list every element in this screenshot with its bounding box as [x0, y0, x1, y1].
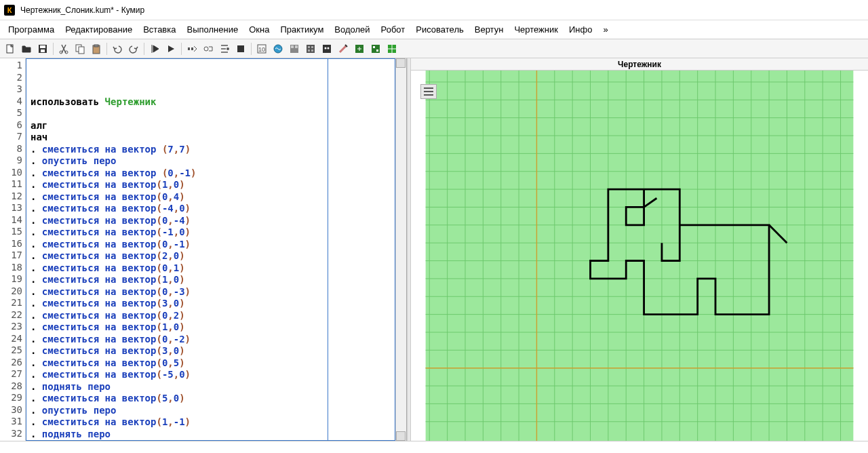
main-area: 1234567891011121314151617181920212223242…: [0, 58, 868, 441]
code-line[interactable]: использовать Чертежник: [31, 96, 391, 109]
menu-item-12[interactable]: »: [597, 22, 613, 37]
menu-item-8[interactable]: Рисователь: [410, 22, 469, 37]
save-file-icon[interactable]: [35, 41, 50, 56]
svg-rect-9: [94, 45, 98, 47]
app-icon: К: [4, 5, 15, 16]
redo-icon[interactable]: [126, 41, 141, 56]
canvas-title: Чертежник: [411, 58, 868, 71]
svg-rect-22: [308, 46, 310, 48]
code-line[interactable]: . сместиться на вектор(0,-4): [31, 215, 391, 227]
tool2-icon[interactable]: [271, 41, 285, 56]
tool1-icon[interactable]: 10: [254, 41, 269, 56]
run-icon[interactable]: [147, 41, 162, 56]
code-line[interactable]: . сместиться на вектор(0,5): [31, 357, 391, 370]
code-line[interactable]: . сместиться на вектор(1,-1): [31, 416, 391, 429]
separator: [106, 43, 107, 55]
undo-icon[interactable]: [110, 41, 125, 56]
svg-rect-10: [188, 47, 190, 50]
menubar: ПрограммаРедактированиеВставкаВыполнение…: [0, 20, 868, 39]
code-line[interactable]: . сместиться на вектор(0,-2): [31, 334, 391, 346]
svg-rect-23: [311, 46, 313, 48]
svg-rect-14: [237, 45, 244, 52]
code-line[interactable]: . сместиться на вектор(-8,2): [31, 440, 391, 441]
open-file-icon[interactable]: [19, 41, 34, 56]
code-line[interactable]: [31, 108, 391, 120]
code-line[interactable]: . опустить перо: [31, 155, 391, 168]
scrollbar[interactable]: [395, 58, 406, 441]
tool7-icon[interactable]: [352, 41, 367, 56]
menu-item-3[interactable]: Выполнение: [181, 22, 243, 37]
separator: [53, 43, 54, 55]
code-line[interactable]: . сместиться на вектор(-1,0): [31, 226, 391, 239]
svg-rect-2: [40, 45, 45, 48]
svg-point-12: [204, 47, 208, 51]
code-line[interactable]: . сместиться на вектор(0,1): [31, 262, 391, 275]
code-line[interactable]: . сместиться на вектор(0,-3): [31, 286, 391, 298]
svg-rect-34: [426, 71, 854, 441]
titlebar: К Чертежник_Слоник.kum* - Кумир: [0, 0, 868, 20]
tool3-icon[interactable]: [287, 41, 302, 56]
code-line[interactable]: . сместиться на вектор(3,0): [31, 298, 391, 310]
scroll-up-icon[interactable]: [396, 58, 406, 68]
code-line[interactable]: . сместиться на вектор(1,0): [31, 179, 391, 191]
tool9-icon[interactable]: [384, 41, 399, 56]
menu-item-0[interactable]: Программа: [3, 22, 60, 37]
code-line[interactable]: . сместиться на вектор(0,2): [31, 310, 391, 322]
code-line[interactable]: . сместиться на вектор(-5,0): [31, 369, 391, 381]
menu-item-7[interactable]: Робот: [376, 22, 411, 37]
code-line[interactable]: . поднять перо: [31, 429, 391, 441]
code-line[interactable]: нач: [31, 132, 391, 144]
menu-item-10[interactable]: Чертежник: [509, 22, 564, 37]
menu-item-1[interactable]: Редактирование: [60, 22, 138, 37]
code-line[interactable]: . сместиться на вектор(0,4): [31, 191, 391, 203]
toolbar: 10: [0, 39, 868, 58]
menu-item-6[interactable]: Водолей: [329, 22, 375, 37]
step-icon[interactable]: [184, 41, 199, 56]
svg-rect-26: [323, 45, 331, 53]
tool4-icon[interactable]: [303, 41, 318, 56]
code-line[interactable]: . сместиться на вектор(-4,0): [31, 203, 391, 215]
menu-item-4[interactable]: Окна: [243, 22, 275, 37]
svg-point-27: [325, 47, 327, 49]
tool8-icon[interactable]: [368, 41, 383, 56]
code-line[interactable]: . сместиться на вектор (0,-1): [31, 168, 391, 180]
menu-item-5[interactable]: Практикум: [275, 22, 329, 37]
paste-icon[interactable]: [89, 41, 104, 56]
menu-item-9[interactable]: Вертун: [469, 22, 509, 37]
svg-rect-20: [295, 45, 298, 48]
scroll-down-icon[interactable]: [396, 431, 406, 441]
tool5-icon[interactable]: [319, 41, 334, 56]
code-editor[interactable]: использовать Чертежникалгнач. сместиться…: [26, 58, 395, 441]
svg-rect-3: [41, 50, 45, 52]
stop-icon[interactable]: [233, 41, 248, 56]
svg-rect-7: [79, 47, 84, 54]
code-line[interactable]: . сместиться на вектор(2,0): [31, 250, 391, 262]
menu-item-2[interactable]: Вставка: [138, 22, 181, 37]
code-line[interactable]: . сместиться на вектор(5,0): [31, 393, 391, 405]
svg-rect-21: [307, 45, 315, 53]
code-line[interactable]: алг: [31, 120, 391, 132]
separator: [144, 43, 144, 55]
svg-point-13: [226, 47, 229, 50]
play-icon[interactable]: [163, 41, 178, 56]
margin-line: [328, 59, 328, 440]
code-line[interactable]: . поднять перо: [31, 381, 391, 393]
step-over-icon[interactable]: [201, 41, 216, 56]
svg-rect-31: [373, 46, 375, 48]
code-line[interactable]: . опустить перо: [31, 405, 391, 417]
code-line[interactable]: . сместиться на вектор(0,-1): [31, 239, 391, 251]
separator: [181, 43, 182, 55]
code-line[interactable]: . сместиться на вектор(3,0): [31, 345, 391, 357]
menu-item-11[interactable]: Инфо: [564, 22, 597, 37]
cut-icon[interactable]: [56, 41, 71, 56]
new-file-icon[interactable]: [3, 41, 18, 56]
code-line[interactable]: . сместиться на вектор(1,0): [31, 274, 391, 286]
drawing-canvas[interactable]: [411, 71, 868, 441]
step-into-icon[interactable]: [217, 41, 232, 56]
copy-icon[interactable]: [73, 41, 87, 56]
tool6-icon[interactable]: [336, 41, 351, 56]
canvas-menu-icon[interactable]: [420, 84, 437, 99]
svg-rect-24: [308, 50, 310, 52]
code-line[interactable]: . сместиться на вектор (7,7): [31, 144, 391, 156]
code-line[interactable]: . сместиться на вектор(1,0): [31, 321, 391, 334]
